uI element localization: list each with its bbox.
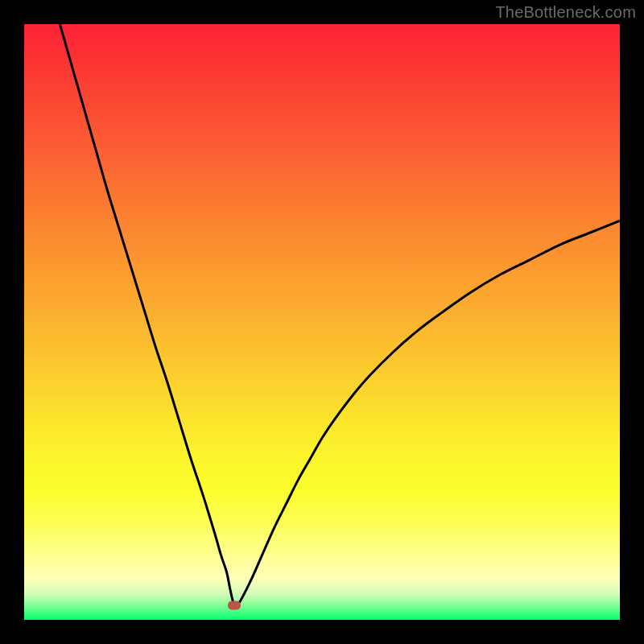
chart-frame: TheBottleneck.com	[0, 0, 644, 644]
plot-area	[24, 24, 620, 620]
bottleneck-curve	[24, 24, 620, 620]
optimal-point-marker	[228, 601, 241, 610]
watermark-label: TheBottleneck.com	[495, 3, 636, 22]
